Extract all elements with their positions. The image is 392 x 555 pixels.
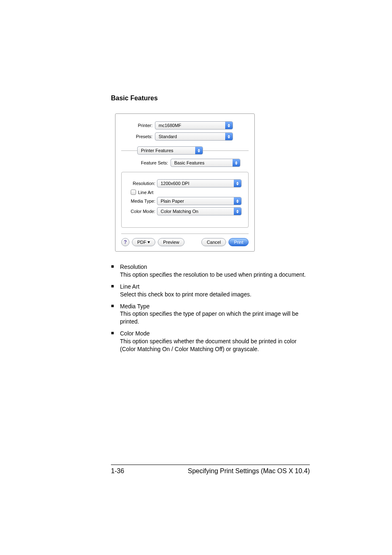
chevron-updown-icon (233, 159, 240, 167)
help-icon[interactable]: ? (121, 238, 129, 246)
bullet-title: Line Art (120, 283, 310, 291)
bullet-desc: Select this check box to print more deta… (120, 291, 251, 298)
preview-button-label: Preview (163, 240, 179, 245)
color-mode-select[interactable]: Color Matching On (157, 207, 242, 215)
bullet-icon: ■ (111, 263, 120, 279)
pane-select-value: Printer Features (138, 146, 195, 155)
printer-label: Printer: (121, 123, 155, 128)
bullet-icon: ■ (111, 330, 120, 353)
resolution-select-value: 1200x600 DPI (157, 179, 234, 187)
bullet-desc: This option specifies the resolution to … (120, 271, 306, 278)
feature-sets-select[interactable]: Basic Features (171, 159, 240, 167)
list-item: ■ Color Mode This option specifies wheth… (111, 330, 310, 353)
pane-divider: Printer Features (121, 146, 249, 155)
print-button[interactable]: Print (228, 238, 249, 246)
list-item: ■ Line Art Select this check box to prin… (111, 283, 310, 298)
line-art-checkbox[interactable] (131, 190, 136, 195)
resolution-label: Resolution: (128, 181, 157, 186)
color-mode-select-value: Color Matching On (157, 207, 234, 215)
cancel-button-label: Cancel (207, 240, 221, 245)
chevron-updown-icon (225, 121, 233, 130)
bullet-icon: ■ (111, 303, 120, 326)
feature-options-box: Resolution: 1200x600 DPI Line Art Media … (121, 172, 249, 228)
help-glyph: ? (124, 239, 127, 245)
chevron-down-icon (148, 241, 150, 243)
bullet-icon: ■ (111, 283, 120, 298)
media-type-select[interactable]: Plain Paper (157, 197, 242, 205)
preview-button[interactable]: Preview (158, 238, 184, 246)
chevron-updown-icon (195, 146, 203, 155)
presets-row: Presets: Standard (121, 132, 249, 141)
presets-select[interactable]: Standard (155, 132, 233, 141)
presets-select-value: Standard (155, 132, 225, 141)
chevron-updown-icon (234, 207, 241, 215)
printer-row: Printer: mc1680MF (121, 121, 249, 130)
line-art-row: Line Art (131, 190, 242, 195)
list-item: ■ Resolution This option specifies the r… (111, 263, 310, 279)
printer-select[interactable]: mc1680MF (155, 121, 233, 130)
feature-sets-label: Feature Sets: (141, 160, 171, 165)
media-type-row: Media Type: Plain Paper (128, 197, 242, 205)
bullet-title: Media Type (120, 303, 310, 310)
page-footer: 1-36 Specifying Print Settings (Mac OS X… (111, 465, 310, 475)
pane-select[interactable]: Printer Features (137, 146, 203, 155)
resolution-row: Resolution: 1200x600 DPI (128, 179, 242, 187)
resolution-select[interactable]: 1200x600 DPI (157, 179, 242, 187)
bullet-title: Resolution (120, 263, 310, 271)
color-mode-row: Color Mode: Color Matching On (128, 207, 242, 215)
bullet-desc: This option specifies whether the docume… (120, 338, 297, 352)
chevron-updown-icon (234, 179, 241, 187)
line-art-label: Line Art (138, 190, 153, 195)
pdf-button-label: PDF (137, 240, 146, 245)
chevron-updown-icon (234, 197, 241, 205)
bullet-desc: This option specifies the type of paper … (120, 310, 298, 325)
feature-bullet-list: ■ Resolution This option specifies the r… (111, 263, 310, 353)
bullet-title: Color Mode (120, 330, 310, 338)
footer-title: Specifying Print Settings (Mac OS X 10.4… (188, 467, 310, 475)
footer-divider (121, 234, 249, 234)
footer-rule (111, 465, 310, 465)
page-number: 1-36 (111, 467, 124, 475)
chevron-updown-icon (225, 132, 233, 141)
section-heading: Basic Features (111, 95, 310, 102)
media-type-select-value: Plain Paper (157, 197, 234, 205)
media-type-label: Media Type: (128, 199, 157, 204)
print-dialog: Printer: mc1680MF Presets: Standard Prin… (115, 113, 255, 252)
list-item: ■ Media Type This option specifies the t… (111, 303, 310, 326)
cancel-button[interactable]: Cancel (201, 238, 226, 246)
pdf-button[interactable]: PDF (132, 238, 155, 246)
presets-label: Presets: (121, 134, 155, 139)
feature-sets-row: Feature Sets: Basic Features (121, 159, 249, 167)
printer-select-value: mc1680MF (155, 121, 225, 130)
feature-sets-select-value: Basic Features (171, 159, 233, 167)
dialog-footer: ? PDF Preview Cancel Print (121, 238, 249, 246)
color-mode-label: Color Mode: (128, 209, 157, 214)
print-button-label: Print (234, 240, 243, 245)
